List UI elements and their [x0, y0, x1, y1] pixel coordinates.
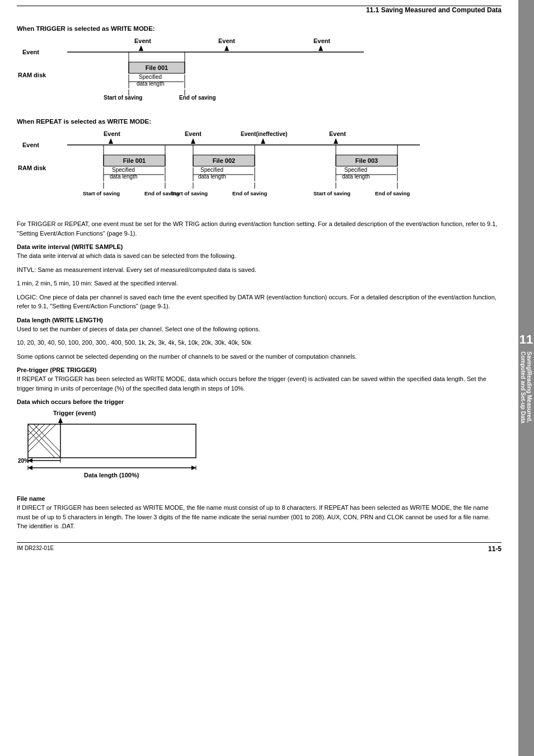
trigger-event-label: Trigger (event) — [53, 410, 96, 416]
event-label-2: Event — [218, 37, 235, 44]
r-file002-label: File 002 — [213, 157, 235, 164]
para1-text: For TRIGGER or REPEAT, one event must be… — [17, 220, 497, 237]
sdl-label-1: Specified — [139, 74, 162, 80]
pre-trigger-heading: Pre-trigger (PRE TRIGGER) — [17, 367, 502, 373]
write-length-p3-text: Some options cannot be selected dependin… — [17, 353, 357, 360]
r-end2: End of saving — [232, 190, 267, 196]
diagonal-lines — [22, 424, 66, 458]
r-ramdisk-label: RAM disk — [18, 165, 46, 171]
footer: IM DR232-01E 11-5 — [17, 542, 502, 553]
write-sample-p1: The data write interval at which data is… — [17, 251, 502, 261]
para1: For TRIGGER or REPEAT, one event must be… — [17, 219, 502, 238]
header: 11.1 Saving Measured and Computed Data — [17, 6, 502, 18]
pretrigger-rect — [28, 424, 196, 458]
trigger-arrow — [58, 417, 63, 423]
repeat-section-title: When REPEAT is selected as WRITE MODE: — [17, 118, 502, 125]
pre-trigger-p1: If REPEAT or TRIGGER has been selected a… — [17, 374, 502, 393]
sdl1-label2: data length — [110, 173, 138, 180]
event-arrow-3 — [318, 45, 323, 51]
event-arrow-2 — [224, 45, 229, 51]
header-title: 11.1 Saving Measured and Computed Data — [366, 6, 502, 14]
start-saving-label: Start of saving — [104, 95, 142, 101]
write-length-heading: Data length (WRITE LENGTH) — [17, 317, 502, 323]
sdl-label-2: data length — [137, 81, 165, 87]
data-length-label: Data length (100%) — [84, 472, 139, 478]
r-event-row-label: Event — [22, 142, 39, 148]
event-label-1: Event — [134, 37, 151, 44]
repeat-diagram-svg: Event Event Event(ineffective) Event Eve… — [17, 128, 420, 209]
r-start1: Start of saving — [83, 190, 120, 196]
sdl2-label1: Specified — [200, 167, 223, 173]
dl-right-arrow — [191, 466, 196, 470]
side-tab: 11 Saving/Reading Measured,Computed and … — [518, 0, 534, 756]
event-label-3: Event — [313, 37, 330, 44]
event-row-label: Event — [22, 49, 39, 55]
file-name-p1-text: If DIRECT or TRIGGER has been selected a… — [17, 504, 490, 529]
r-start2: Start of saving — [171, 190, 208, 196]
write-sample-p2: INTVL: Same as measurement interval. Eve… — [17, 265, 502, 275]
repeat-section: When REPEAT is selected as WRITE MODE: E… — [17, 118, 502, 209]
write-sample-p4-text: LOGIC: One piece of data per channel is … — [17, 294, 496, 310]
file001-label: File 001 — [146, 64, 168, 71]
r-event-label-1: Event — [104, 130, 120, 137]
sdl3-label2: data length — [342, 173, 370, 180]
sdl3-label1: Specified — [344, 167, 367, 173]
pretrigger-diagram-title: Data which occurs before the trigger — [17, 398, 502, 405]
r-start3: Start of saving — [313, 190, 350, 196]
r-event-ineffective-label: Event(ineffective) — [241, 131, 287, 137]
file-name-heading: File name — [17, 495, 502, 502]
side-tab-text: Saving/Reading Measured,Computed and Set… — [520, 351, 532, 423]
r-end3: End of saving — [375, 190, 410, 196]
sdl2-label2: data length — [198, 173, 226, 180]
footer-left: IM DR232-01E — [17, 545, 54, 553]
pretrigger-diagram-svg: Trigger (event) — [17, 407, 218, 489]
write-sample-heading: Data write interval (WRITE SAMPLE) — [17, 243, 502, 250]
write-length-p2: 10, 20, 30, 40, 50, 100, 200, 300,. 400,… — [17, 338, 502, 348]
event-arrow-1 — [139, 45, 143, 51]
r-event-arrow-1 — [109, 138, 113, 144]
write-sample-p3: 1 min, 2 min, 5 min, 10 min: Saved at th… — [17, 279, 502, 288]
r-event-label-3: Event — [329, 130, 346, 137]
footer-right: 11-5 — [488, 545, 502, 553]
r-event-arrow-2 — [191, 138, 195, 144]
trigger-section: When TRIGGER is selected as WRITE MODE: … — [17, 25, 502, 108]
write-length-p3: Some options cannot be selected dependin… — [17, 352, 502, 361]
side-tab-number: 11 — [519, 332, 533, 347]
trigger-section-title: When TRIGGER is selected as WRITE MODE: — [17, 25, 502, 32]
trigger-diagram-svg: Event Event Event Event RAM disk — [17, 35, 364, 108]
file-name-p1: If DIRECT or TRIGGER has been selected a… — [17, 503, 502, 531]
r-event-label-2: Event — [185, 130, 202, 137]
write-length-p1: Used to set the number of pieces of data… — [17, 325, 502, 334]
dl-left-arrow — [28, 466, 32, 470]
percent-20-label: 20% — [18, 458, 29, 464]
r-file001-label: File 001 — [123, 157, 146, 164]
sdl1-label1: Specified — [112, 167, 135, 173]
r-event-arrow-4 — [334, 138, 338, 144]
pre-trigger-p1-text: If REPEAT or TRIGGER has been selected a… — [17, 375, 486, 392]
r-event-arrow-3 — [261, 138, 265, 144]
ramdisk-label: RAM disk — [18, 72, 46, 78]
pretrigger-section: Data which occurs before the trigger Tri… — [17, 398, 502, 490]
write-sample-p4: LOGIC: One piece of data per channel is … — [17, 293, 502, 311]
r-file003-label: File 003 — [355, 157, 378, 164]
svg-line-1 — [28, 424, 60, 458]
